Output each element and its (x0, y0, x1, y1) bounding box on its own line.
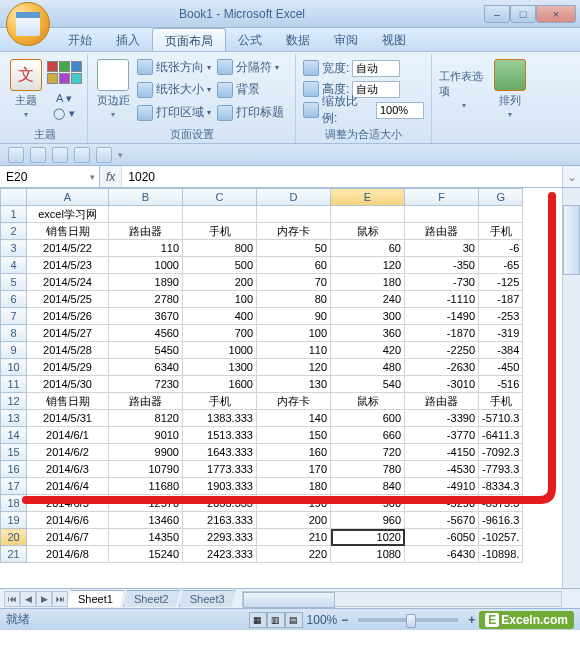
cell[interactable]: 2014/5/25 (27, 291, 109, 308)
width-control[interactable]: 宽度: (300, 58, 427, 78)
tab-4[interactable]: 数据 (274, 28, 322, 51)
row-header[interactable]: 13 (1, 410, 27, 427)
themes-button[interactable]: 文 主题 ▾ (6, 56, 45, 122)
cell[interactable]: 140 (257, 410, 331, 427)
print-area-button[interactable]: 打印区域▾ (134, 103, 214, 123)
cell[interactable]: 660 (331, 427, 405, 444)
cell[interactable]: -6411.3 (479, 427, 523, 444)
col-header[interactable]: D (257, 189, 331, 206)
cell[interactable]: -350 (405, 257, 479, 274)
tab-1[interactable]: 插入 (104, 28, 152, 51)
cell[interactable]: -5710.3 (479, 410, 523, 427)
cell[interactable]: 1600 (183, 376, 257, 393)
redo-icon[interactable] (52, 147, 68, 163)
cell[interactable] (183, 206, 257, 223)
cell[interactable]: 2014/5/30 (27, 376, 109, 393)
cell[interactable]: -730 (405, 274, 479, 291)
cell[interactable]: -5290 (405, 495, 479, 512)
cell[interactable]: -384 (479, 342, 523, 359)
maximize-button[interactable]: □ (510, 5, 536, 23)
cell[interactable] (331, 206, 405, 223)
col-header[interactable]: C (183, 189, 257, 206)
tab-3[interactable]: 公式 (226, 28, 274, 51)
cell[interactable]: -1870 (405, 325, 479, 342)
tab-6[interactable]: 视图 (370, 28, 418, 51)
cell[interactable]: 1513.333 (183, 427, 257, 444)
col-header[interactable]: F (405, 189, 479, 206)
cell[interactable]: 2014/5/24 (27, 274, 109, 291)
cell[interactable]: 70 (257, 274, 331, 291)
cell[interactable]: 300 (331, 308, 405, 325)
cell[interactable]: 210 (257, 529, 331, 546)
cell[interactable]: -7092.3 (479, 444, 523, 461)
cell[interactable]: -125 (479, 274, 523, 291)
cell[interactable]: -319 (479, 325, 523, 342)
scale-control[interactable]: 缩放比例: (300, 100, 427, 120)
tab-5[interactable]: 审阅 (322, 28, 370, 51)
select-all-corner[interactable] (1, 189, 27, 206)
cell[interactable]: -3010 (405, 376, 479, 393)
cell[interactable]: 60 (331, 240, 405, 257)
sheet-tab[interactable]: Sheet2 (123, 590, 180, 607)
cell[interactable]: 12570 (109, 495, 183, 512)
col-header[interactable]: B (109, 189, 183, 206)
cell[interactable]: 60 (257, 257, 331, 274)
cell[interactable]: 2014/6/2 (27, 444, 109, 461)
cell[interactable]: 路由器 (109, 393, 183, 410)
cell[interactable] (109, 206, 183, 223)
cell[interactable]: 路由器 (405, 223, 479, 240)
row-header[interactable]: 18 (1, 495, 27, 512)
horizontal-scrollbar[interactable] (242, 591, 562, 607)
cell[interactable]: 1773.333 (183, 461, 257, 478)
cell[interactable]: 2014/6/4 (27, 478, 109, 495)
view-buttons[interactable]: ▦▥▤ (249, 612, 303, 628)
scale-input[interactable] (376, 102, 424, 119)
row-header[interactable]: 9 (1, 342, 27, 359)
cell[interactable]: 1643.333 (183, 444, 257, 461)
cell[interactable]: 路由器 (405, 393, 479, 410)
cell[interactable]: 1890 (109, 274, 183, 291)
cell[interactable]: -450 (479, 359, 523, 376)
cell[interactable]: 内存卡 (257, 393, 331, 410)
cell[interactable]: -10898. (479, 546, 523, 563)
row-header[interactable]: 3 (1, 240, 27, 257)
cell[interactable]: 2163.333 (183, 512, 257, 529)
row-header[interactable]: 19 (1, 512, 27, 529)
cell[interactable]: -5670 (405, 512, 479, 529)
cell[interactable]: 鼠标 (331, 393, 405, 410)
col-header[interactable]: G (479, 189, 523, 206)
cell[interactable]: 30 (405, 240, 479, 257)
cell[interactable]: 14350 (109, 529, 183, 546)
tab-2[interactable]: 页面布局 (152, 28, 226, 51)
sheet-nav[interactable]: ⏮◀▶⏭ (4, 591, 68, 607)
row-header[interactable]: 12 (1, 393, 27, 410)
cell[interactable]: 50 (257, 240, 331, 257)
cell[interactable]: 2014/6/8 (27, 546, 109, 563)
cell[interactable]: 1020 (331, 529, 405, 546)
cell[interactable]: 内存卡 (257, 223, 331, 240)
cell[interactable]: 160 (257, 444, 331, 461)
cell[interactable]: -4530 (405, 461, 479, 478)
sheet-tab[interactable]: Sheet3 (179, 590, 236, 607)
cell[interactable]: 6340 (109, 359, 183, 376)
cell[interactable]: 销售日期 (27, 223, 109, 240)
undo-icon[interactable] (30, 147, 46, 163)
cell[interactable]: 2014/5/26 (27, 308, 109, 325)
cell[interactable]: 2014/5/28 (27, 342, 109, 359)
cell[interactable]: 2780 (109, 291, 183, 308)
cell[interactable]: 2014/5/27 (27, 325, 109, 342)
cell[interactable]: 手机 (183, 223, 257, 240)
cell[interactable]: -8334.3 (479, 478, 523, 495)
spreadsheet-grid[interactable]: ABCDEFG1excel学习网2销售日期路由器手机内存卡鼠标路由器手机3201… (0, 188, 580, 588)
cell[interactable]: -6050 (405, 529, 479, 546)
cell[interactable]: -6430 (405, 546, 479, 563)
cell[interactable] (257, 206, 331, 223)
cell[interactable]: 720 (331, 444, 405, 461)
cell[interactable]: 9010 (109, 427, 183, 444)
cell[interactable]: 240 (331, 291, 405, 308)
cell[interactable]: excel学习网 (27, 206, 109, 223)
cell[interactable]: 2014/6/3 (27, 461, 109, 478)
breaks-button[interactable]: 分隔符▾ (214, 57, 287, 77)
cell[interactable]: 手机 (479, 393, 523, 410)
cell[interactable]: 200 (183, 274, 257, 291)
